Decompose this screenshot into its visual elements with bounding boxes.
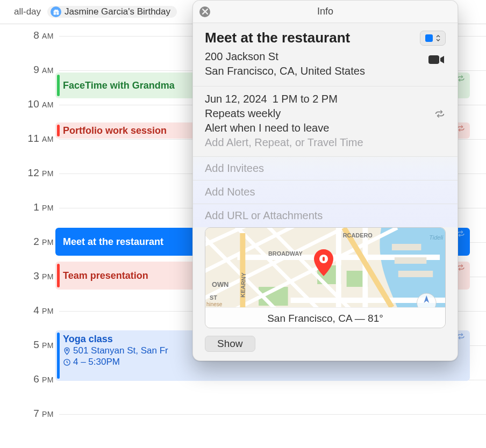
event-location[interactable]: 200 Jackson St San Francisco, CA, United… (205, 49, 446, 78)
event-location: 501 Stanyan St, San Fr (63, 345, 168, 356)
event-datetime-section: Jun 12, 2024 1 PM to 2 PM Repeats weekly… (193, 86, 458, 157)
svg-text:Tideli: Tideli (429, 234, 443, 241)
hour-label: 8 AM (0, 30, 54, 41)
hour-label: 3 PM (0, 270, 54, 282)
svg-text:KEARNY: KEARNY (239, 272, 247, 298)
allday-event-title: Jasmine Garcia's Birthday (65, 6, 170, 17)
close-button[interactable] (199, 6, 210, 17)
event-title: Yoga class (63, 334, 168, 345)
close-icon (202, 9, 208, 15)
event-title: Team presentation (63, 270, 148, 281)
add-notes-row[interactable]: Add Notes (193, 180, 458, 204)
svg-rect-32 (323, 257, 325, 261)
event-title-input[interactable]: Meet at the restaurant (205, 30, 350, 46)
show-button[interactable]: Show (205, 336, 255, 352)
hour-label: 1 PM (0, 201, 54, 213)
video-call-button[interactable] (428, 54, 445, 65)
svg-rect-20 (392, 244, 421, 250)
hour-label: 5 PM (0, 339, 54, 351)
hour-label: 7 PM (0, 408, 54, 420)
event-datetime[interactable]: Jun 12, 2024 1 PM to 2 PM (205, 93, 446, 105)
svg-rect-22 (398, 271, 433, 277)
hour-label: 11 AM (0, 133, 54, 144)
svg-text:OWN: OWN (212, 280, 228, 288)
event-info-popover: Info Meet at the restaurant 200 Jackson … (192, 0, 458, 361)
map-weather-label: San Francisco, CA — 81° (205, 307, 445, 328)
gift-icon (51, 6, 61, 17)
event-repeat[interactable]: Repeats weekly (205, 107, 281, 120)
allday-event-pill[interactable]: Jasmine Garcia's Birthday (47, 6, 177, 18)
map-pin-icon (313, 249, 334, 279)
hour-label: 4 PM (0, 305, 54, 316)
allday-label: all-day (14, 6, 41, 17)
hour-label: 6 PM (0, 373, 54, 385)
event-title: Meet at the restaurant (63, 236, 163, 248)
svg-text:hinese: hinese (206, 301, 223, 307)
popover-title: Info (193, 6, 458, 17)
svg-text:RCADERO: RCADERO (343, 232, 373, 239)
map-canvas: BROADWAY RCADERO KEARNY OWN ST Tideli hi… (205, 228, 445, 307)
popover-header: Info (193, 1, 458, 23)
svg-text:BROADWAY: BROADWAY (268, 250, 303, 257)
chevron-updown-icon (436, 35, 440, 41)
location-map[interactable]: BROADWAY RCADERO KEARNY OWN ST Tideli hi… (205, 227, 446, 328)
add-invitees-row[interactable]: Add Invitees (193, 157, 458, 180)
repeat-icon (434, 109, 446, 119)
calendar-color-swatch (425, 34, 433, 42)
hour-label: 9 AM (0, 64, 54, 76)
event-title-section: Meet at the restaurant 200 Jackson St Sa… (193, 23, 458, 86)
hour-label: 2 PM (0, 236, 54, 248)
add-url-row[interactable]: Add URL or Attachments (193, 204, 458, 227)
hour-label: 12 PM (0, 167, 54, 179)
event-alert[interactable]: Alert when I need to leave (205, 122, 446, 134)
svg-rect-2 (428, 55, 439, 64)
clock-icon (63, 358, 71, 366)
event-time: 4 – 5:30PM (63, 357, 168, 367)
calendar-selector[interactable] (420, 31, 446, 46)
svg-point-0 (66, 349, 68, 351)
pin-icon (63, 347, 71, 355)
hour-label: 10 AM (0, 98, 54, 110)
svg-rect-21 (395, 257, 426, 264)
svg-text:ST: ST (210, 294, 217, 301)
add-alert-placeholder[interactable]: Add Alert, Repeat, or Travel Time (205, 136, 446, 149)
event-title: FaceTime with Grandma (63, 80, 175, 91)
event-title: Portfolio work session (63, 125, 167, 136)
